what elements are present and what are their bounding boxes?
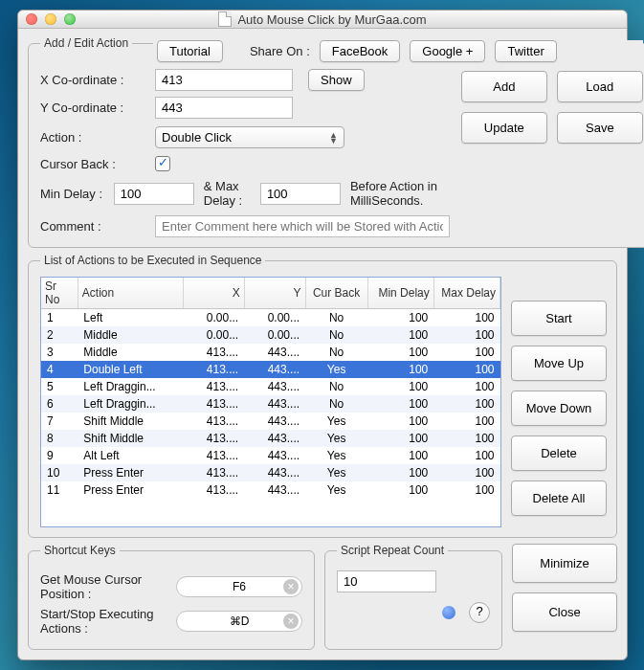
- min-delay-label: Min Delay :: [40, 187, 104, 201]
- y-coord-label: Y Co-ordinate :: [40, 100, 145, 115]
- update-button[interactable]: Update: [461, 112, 547, 144]
- x-coord-label: X Co-ordinate :: [40, 73, 145, 87]
- min-delay-input[interactable]: [114, 183, 194, 205]
- share-on-label: Share On :: [250, 44, 310, 58]
- repeat-legend: Script Repeat Count: [337, 544, 448, 557]
- startstop-shortcut[interactable]: ⌘D ×: [176, 611, 302, 632]
- comment-label: Comment :: [40, 219, 145, 234]
- comment-input[interactable]: [155, 215, 450, 237]
- document-icon: [218, 11, 232, 27]
- delete-button[interactable]: Delete: [511, 436, 607, 471]
- y-coord-input[interactable]: [155, 97, 293, 119]
- x-coord-input[interactable]: [155, 69, 293, 91]
- actions-legend: List of Actions to be Executed in Sequen…: [40, 254, 265, 267]
- startstop-label: Start/Stop Executing Actions :: [40, 607, 167, 636]
- close-icon[interactable]: [26, 13, 37, 25]
- tutorial-button[interactable]: Tutorial: [157, 40, 223, 62]
- start-button[interactable]: Start: [511, 301, 607, 336]
- table-row[interactable]: 11Press Enter413....443....Yes100100: [41, 481, 500, 499]
- actions-table[interactable]: Sr No Action X Y Cur Back Min Delay Max …: [40, 277, 501, 527]
- cursor-back-checkbox[interactable]: ✓: [155, 156, 170, 171]
- help-button[interactable]: ?: [469, 602, 490, 623]
- window-title: Auto Mouse Click by MurGaa.com: [18, 11, 627, 27]
- table-row[interactable]: 1Left0.00...0.00...No100100: [41, 309, 500, 327]
- table-row[interactable]: 4Double Left413....443....Yes100100: [41, 361, 500, 378]
- table-row[interactable]: 8Shift Middle413....443....Yes100100: [41, 430, 500, 447]
- action-label: Action :: [40, 130, 145, 145]
- clear-icon[interactable]: ×: [283, 614, 299, 629]
- delete-all-button[interactable]: Delete All: [511, 480, 607, 516]
- table-header[interactable]: Sr No Action X Y Cur Back Min Delay Max …: [41, 278, 500, 309]
- get-cursor-pos-label: Get Mouse Cursor Position :: [40, 572, 167, 601]
- facebook-button[interactable]: FaceBook: [320, 40, 401, 62]
- table-row[interactable]: 9Alt Left413....443....Yes100100: [41, 447, 500, 464]
- table-row[interactable]: 3Middle413....443....No100100: [41, 344, 500, 361]
- action-select[interactable]: Double Click ▲▼: [155, 126, 344, 148]
- window-controls: [18, 13, 76, 25]
- cursor-back-label: Cursor Back :: [40, 157, 145, 171]
- status-indicator-icon: [442, 606, 455, 619]
- repeat-count-input[interactable]: [337, 570, 436, 592]
- add-edit-fieldset: Add / Edit Action Tutorial Share On : Fa…: [28, 36, 644, 248]
- zoom-icon[interactable]: [64, 13, 76, 25]
- close-button[interactable]: Close: [512, 592, 617, 632]
- app-window: Auto Mouse Click by MurGaa.com Add / Edi…: [17, 10, 628, 660]
- table-row[interactable]: 5Left Draggin...413....443....No100100: [41, 378, 500, 395]
- move-up-button[interactable]: Move Up: [511, 346, 607, 381]
- save-button[interactable]: Save: [557, 112, 643, 144]
- table-row[interactable]: 10Press Enter413....443....Yes100100: [41, 464, 500, 481]
- actions-fieldset: List of Actions to be Executed in Sequen…: [28, 254, 617, 538]
- add-edit-legend: Add / Edit Action: [40, 36, 132, 50]
- table-row[interactable]: 7Shift Middle413....443....Yes100100: [41, 413, 500, 430]
- delay-suffix-label: Before Action in MilliSeconds.: [350, 179, 450, 208]
- shortcut-keys-fieldset: Shortcut Keys Get Mouse Cursor Position …: [28, 544, 315, 650]
- show-button[interactable]: Show: [308, 69, 365, 91]
- max-delay-input[interactable]: [260, 183, 341, 205]
- get-cursor-pos-shortcut[interactable]: F6 ×: [176, 576, 302, 597]
- titlebar[interactable]: Auto Mouse Click by MurGaa.com: [18, 11, 627, 29]
- table-row[interactable]: 6Left Draggin...413....443....No100100: [41, 395, 500, 413]
- load-button[interactable]: Load: [557, 71, 643, 102]
- minimize-icon[interactable]: [45, 13, 56, 25]
- add-button[interactable]: Add: [461, 71, 547, 102]
- twitter-button[interactable]: Twitter: [495, 40, 556, 62]
- chevron-updown-icon: ▲▼: [329, 132, 338, 144]
- repeat-count-fieldset: Script Repeat Count ?: [324, 544, 502, 650]
- move-down-button[interactable]: Move Down: [511, 391, 607, 426]
- shortcut-legend: Shortcut Keys: [40, 544, 120, 557]
- minimize-button[interactable]: Minimize: [512, 544, 617, 583]
- clear-icon[interactable]: ×: [283, 579, 299, 594]
- max-delay-label: & Max Delay :: [204, 179, 251, 208]
- googleplus-button[interactable]: Google +: [410, 40, 485, 62]
- table-row[interactable]: 2Middle0.00...0.00...No100100: [41, 326, 500, 344]
